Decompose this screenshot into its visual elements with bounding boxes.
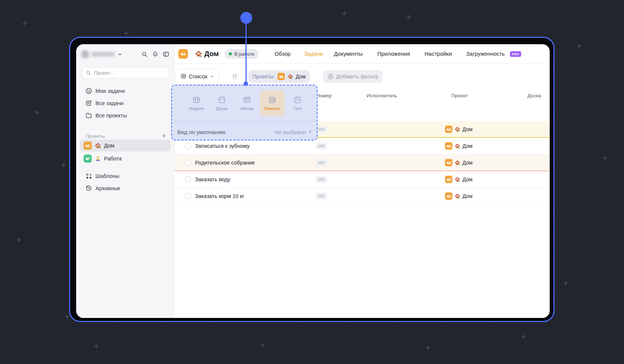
status-dot-icon <box>229 52 232 55</box>
project-name: Дом <box>462 126 472 132</box>
project-name: Дом <box>462 160 472 166</box>
avatar <box>81 51 89 58</box>
tab-documents[interactable]: Документы <box>334 51 363 57</box>
tab-overview[interactable]: Обзор <box>274 51 290 57</box>
project-badge: ◆Д <box>178 49 188 59</box>
view-options-popup: Неделя Доски Месяц <box>171 85 318 140</box>
view-selector-button[interactable]: Список <box>175 69 219 84</box>
task-title: Заказать воду <box>195 171 230 188</box>
gantt-view-icon <box>293 96 302 104</box>
tab-list-view[interactable]: Список <box>260 90 285 116</box>
sidebar-item-label: Все задачи <box>95 100 124 106</box>
task-number-chip: #84 <box>316 159 327 166</box>
project-header: ◆Д Дом В работе Обзор Задачи Документы П… <box>175 44 550 64</box>
sidebar-item-all-tasks[interactable]: Все задачи <box>76 97 174 109</box>
status-badge[interactable]: В работе <box>225 49 259 59</box>
sidebar-item-all-projects[interactable]: Все проекты <box>76 109 174 121</box>
templates-shapes-icon <box>85 173 92 179</box>
task-checkbox[interactable] <box>185 160 191 166</box>
add-filter-button[interactable]: Добавить фильтр <box>323 70 383 83</box>
table-row[interactable]: Заказать воду #83 ◆Д Дом <box>175 171 550 188</box>
tab-month-view[interactable]: Месяц <box>235 90 259 116</box>
smiley-icon <box>85 88 92 94</box>
search-input[interactable] <box>94 70 165 76</box>
tab-boards-view[interactable]: Доски <box>209 90 234 116</box>
tab-tasks[interactable]: Задачи <box>304 51 323 57</box>
project-badge: ◆Р <box>84 155 92 163</box>
sidebar-project-dom[interactable]: ◆Д Дом <box>80 140 170 152</box>
filter-chip-label: Проекты: <box>253 74 275 79</box>
tab-week-view[interactable]: Неделя <box>184 90 209 116</box>
plus-pattern-mark <box>521 331 526 342</box>
tab-apps[interactable]: Приложения <box>377 51 410 57</box>
plus-pattern-mark <box>61 160 66 170</box>
task-project-chip[interactable]: ◆Д Дом <box>445 192 472 200</box>
house-icon <box>455 177 460 182</box>
house-icon <box>95 143 101 149</box>
add-project-plus-icon[interactable] <box>162 133 167 139</box>
folder-icon <box>85 112 92 119</box>
sidebar: Мои задачи Все задачи Все проекты Проект… <box>76 44 175 318</box>
plus-pattern-mark <box>342 8 347 19</box>
plus-pattern-mark <box>563 278 568 288</box>
workspace-identity-blurred <box>81 51 114 58</box>
project-name: Дом <box>462 176 472 182</box>
table-row[interactable]: Заказать корм 10 кг #82 ◆Д Дом <box>175 188 550 205</box>
task-checkbox[interactable] <box>185 176 191 183</box>
view-tabs: Неделя Доски Месяц <box>184 90 310 116</box>
plus-pattern-mark <box>22 18 27 28</box>
project-badge: ◆Д <box>445 176 452 183</box>
default-view-value[interactable]: Не выбрано <box>274 129 312 135</box>
notifications-bell-icon[interactable] <box>152 51 158 57</box>
task-project-chip[interactable]: ◆Д Дом <box>445 176 472 183</box>
sidebar-item-archived[interactable]: Архивные <box>76 182 174 194</box>
task-number-chip: #83 <box>316 176 327 183</box>
task-number-chip: #82 <box>316 193 327 199</box>
page-title: Дом <box>204 50 219 58</box>
plus-pattern-mark <box>406 12 411 22</box>
project-search-field[interactable] <box>82 67 169 78</box>
sidebar-item-my-tasks[interactable]: Мои задачи <box>76 85 174 97</box>
task-title: Заказать корм 10 кг <box>195 188 244 204</box>
projects-filter-chip[interactable]: Проекты: ◆Д Дом <box>248 70 310 83</box>
house-icon <box>287 74 293 79</box>
default-view-value-text: Не выбрано <box>274 129 306 135</box>
week-view-icon <box>192 96 201 104</box>
sidebar-item-templates[interactable]: Шаблоны <box>76 170 174 182</box>
sidebar-item-label: Мои задачи <box>95 88 125 94</box>
task-checkbox[interactable] <box>185 143 191 149</box>
month-view-icon <box>243 96 251 104</box>
plus-pattern-mark <box>602 153 608 163</box>
tutorial-connector-line <box>246 17 247 84</box>
task-project-chip[interactable]: ◆Д Дом <box>445 126 472 133</box>
tasks-note-icon <box>85 100 92 107</box>
tab-gantt-view[interactable]: Гант <box>285 90 310 116</box>
task-checkbox[interactable] <box>185 193 191 199</box>
list-view-icon <box>268 96 276 104</box>
search-icon[interactable] <box>142 51 147 57</box>
list-view-icon <box>181 73 186 79</box>
task-project-chip[interactable]: ◆Д Дом <box>445 142 472 150</box>
sidebar-project-rabota[interactable]: ◆Р Работа <box>80 153 170 165</box>
tab-workload[interactable]: Загруженность <box>466 51 505 57</box>
default-view-row[interactable]: Вид по умолчанию Не выбрано <box>177 124 312 140</box>
pro-badge: PRO <box>510 51 521 57</box>
history-clock-icon <box>85 185 92 192</box>
worker-icon <box>95 156 101 162</box>
house-icon <box>195 51 202 58</box>
project-name: Дом <box>462 193 472 199</box>
popup-divider <box>172 121 317 121</box>
workspace-row[interactable] <box>81 49 169 60</box>
task-project-chip[interactable]: ◆Д Дом <box>445 159 472 166</box>
table-row[interactable]: Родительское собрание #84 ◆Д Дом <box>175 155 550 171</box>
filter-sliders-icon[interactable] <box>231 73 238 80</box>
chevron-down-icon[interactable] <box>118 52 122 56</box>
tab-settings[interactable]: Настройки <box>425 51 452 57</box>
sidebar-toggle-icon[interactable] <box>163 51 169 57</box>
search-icon <box>86 70 91 75</box>
plus-pattern-mark <box>34 107 39 117</box>
projects-section-label: Проекты <box>85 133 105 139</box>
chevron-right-icon <box>308 130 312 134</box>
project-badge: ◆Д <box>445 126 452 133</box>
project-name: Дом <box>104 143 114 149</box>
